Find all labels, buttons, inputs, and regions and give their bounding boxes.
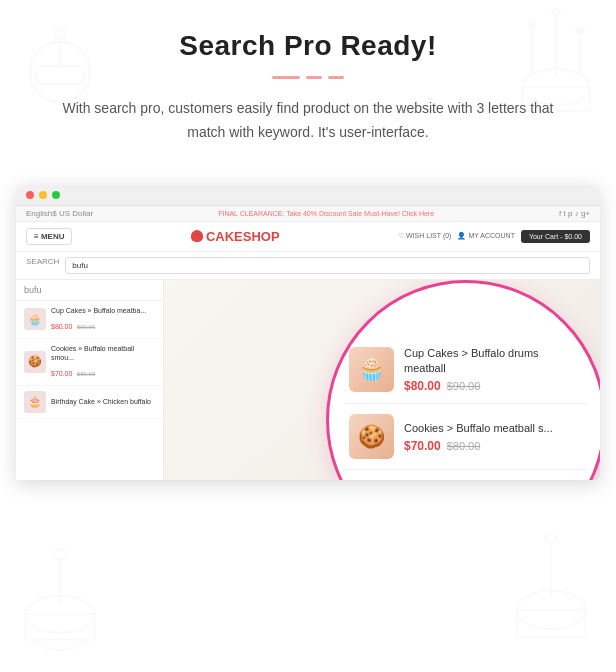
bg-decoration-br: [486, 522, 616, 672]
browser-mockup: English $ US Dollar FINAL CLEARANCE: Tak…: [16, 185, 600, 480]
search-input-mock[interactable]: bufu: [66, 258, 589, 273]
circle-price-current-2: $70.00: [404, 439, 441, 453]
hero-description: With search pro, customers easily find p…: [48, 97, 568, 145]
hero-title: Search Pro Ready!: [40, 30, 576, 62]
circle-product-1[interactable]: 🧁 Cup Cakes > Buffalo drumsmeatball $80.…: [345, 336, 587, 405]
bg-decoration-bl: [0, 522, 120, 672]
store-wishlist[interactable]: ♡ WISH LIST (0): [398, 232, 451, 240]
store-logo: CAKESHOP: [191, 229, 280, 244]
store-notice: FINAL CLEARANCE: Take 40% Discount Sale …: [93, 210, 559, 217]
product-name-2: Cookies » Buffalo meatball smou...: [51, 344, 155, 362]
circle-product-prices-1: $80.00 $90.00: [404, 379, 583, 393]
search-results-circle: buf 🧁 Cup Cakes > Buffalo drumsmeatball …: [326, 280, 600, 480]
store-main-area: Fr e buf 🧁 Cup Cakes > Buffalo drumsmeat…: [164, 280, 600, 480]
product-info-3: Birthday Cake » Chicken buffalo: [51, 397, 155, 406]
browser-dot-green: [52, 191, 60, 199]
circle-price-old-1: $90.00: [447, 380, 481, 392]
store-topbar: English $ US Dollar FINAL CLEARANCE: Tak…: [16, 206, 600, 222]
browser-dot-yellow: [39, 191, 47, 199]
search-bar[interactable]: bufu: [65, 257, 590, 274]
search-query-line: bufu: [16, 280, 163, 301]
store-actions: ♡ WISH LIST (0) 👤 MY ACCOUNT Your Cart -…: [398, 230, 590, 243]
circle-product-name-2: Cookies > Buffalo meatball s...: [404, 421, 583, 436]
product-info-1: Cup Cakes » Buffalo meatba... $80.00 $90…: [51, 306, 155, 333]
circle-product-prices-2: $70.00 $80.00: [404, 439, 583, 453]
store-body: bufu 🧁 Cup Cakes » Buffalo meatba... $80…: [16, 280, 600, 480]
search-label: SEARCH: [26, 257, 59, 274]
hero-section: Search Pro Ready! With search pro, custo…: [0, 0, 616, 165]
store-account[interactable]: 👤 MY ACCOUNT: [457, 232, 515, 240]
store-currency[interactable]: $ US Dollar: [52, 209, 93, 218]
circle-product-2[interactable]: 🍪 Cookies > Buffalo meatball s... $70.00…: [345, 404, 587, 470]
divider-line-2: [306, 76, 322, 79]
list-item[interactable]: 🍪 Cookies » Buffalo meatball smou... $70…: [16, 339, 163, 386]
product-thumbnail-1: 🧁: [24, 308, 46, 330]
circle-thumbnail-2: 🍪: [349, 414, 394, 459]
product-name-3: Birthday Cake » Chicken buffalo: [51, 397, 155, 406]
circle-price-current-1: $80.00: [404, 379, 441, 393]
circle-search-query: buf: [345, 311, 587, 326]
browser-dot-red: [26, 191, 34, 199]
store-cart-button[interactable]: Your Cart - $0.00: [521, 230, 590, 243]
store-social-icons: f t p ♪ g+: [559, 209, 590, 218]
divider-line-3: [328, 76, 344, 79]
product-price-old-1: $90.00: [77, 324, 95, 330]
circle-thumbnail-1: 🧁: [349, 347, 394, 392]
list-item[interactable]: 🎂 Birthday Cake » Chicken buffalo: [16, 386, 163, 419]
store-search-row: SEARCH bufu: [16, 252, 600, 280]
store-lang[interactable]: English: [26, 209, 52, 218]
product-price-2: $70.00: [51, 370, 72, 377]
product-info-2: Cookies » Buffalo meatball smou... $70.0…: [51, 344, 155, 380]
svg-point-17: [546, 533, 557, 544]
circle-product-name-1: Cup Cakes > Buffalo drumsmeatball: [404, 346, 583, 377]
product-thumbnail-2: 🍪: [24, 351, 46, 373]
circle-content: buf 🧁 Cup Cakes > Buffalo drumsmeatball …: [329, 283, 600, 480]
circle-price-old-2: $80.00: [447, 440, 481, 452]
circle-product-info-1: Cup Cakes > Buffalo drumsmeatball $80.00…: [404, 346, 583, 394]
divider-line-1: [272, 76, 300, 79]
product-name-1: Cup Cakes » Buffalo meatba...: [51, 306, 155, 315]
search-dropdown: bufu 🧁 Cup Cakes » Buffalo meatba... $80…: [16, 280, 164, 480]
store-logo-icon: [191, 230, 203, 242]
product-price-old-2: $80.00: [77, 371, 95, 377]
circle-product-3[interactable]: 🧁 Cup Cakes > Buffal...drumstick: [345, 470, 587, 479]
product-thumbnail-3: 🎂: [24, 391, 46, 413]
store-menu-button[interactable]: ≡ MENU: [26, 228, 72, 245]
product-price-1: $80.00: [51, 323, 72, 330]
hero-divider: [40, 76, 576, 79]
list-item[interactable]: 🧁 Cup Cakes » Buffalo meatba... $80.00 $…: [16, 301, 163, 339]
browser-content: English $ US Dollar FINAL CLEARANCE: Tak…: [16, 206, 600, 480]
store-header: ≡ MENU CAKESHOP ♡ WISH LIST (0) 👤 MY ACC…: [16, 222, 600, 252]
circle-product-info-2: Cookies > Buffalo meatball s... $70.00 $…: [404, 421, 583, 453]
browser-bar: [16, 185, 600, 206]
